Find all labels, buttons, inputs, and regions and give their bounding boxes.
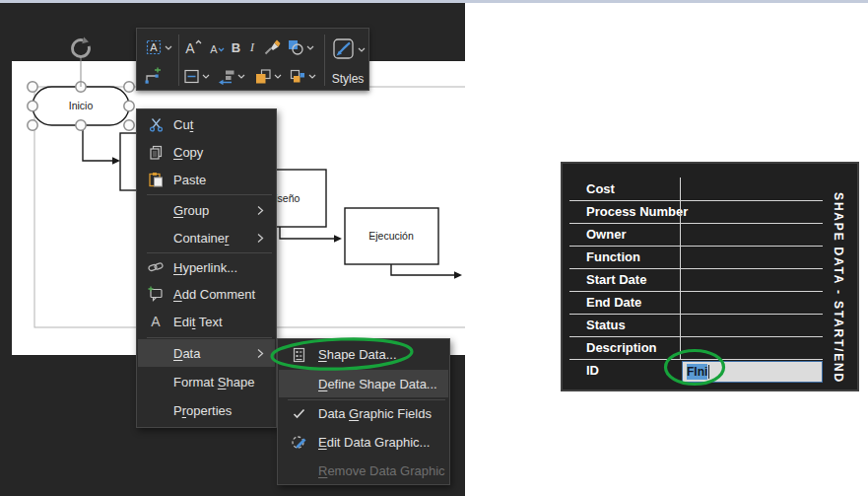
- send-backward-icon: [289, 68, 306, 85]
- submenu-item-edit-data-graphic[interactable]: Edit Data Graphic...: [279, 428, 448, 456]
- svg-text:A: A: [210, 43, 218, 55]
- shape-styles-icon: [287, 38, 304, 56]
- menu-item-edit-text[interactable]: A Edit Text: [138, 308, 275, 335]
- chevron-down-icon: [202, 74, 210, 79]
- shape-label-ejecucion: Ejecución: [368, 230, 414, 242]
- menu-item-label: Data: [173, 346, 257, 361]
- submenu-item-label: Define Shape Data...: [318, 377, 448, 391]
- edit-data-graphic-icon: [279, 434, 318, 451]
- menu-item-label: Add Comment: [173, 287, 275, 302]
- bring-forward-icon: [254, 68, 272, 85]
- panel-column-divider: [680, 177, 681, 360]
- chevron-down-icon: [274, 74, 282, 79]
- submenu-item-data-graphic-fields[interactable]: Data Graphic Fields: [279, 400, 448, 427]
- menu-item-label: Cut: [173, 117, 275, 132]
- paste-icon: [138, 172, 173, 187]
- submenu-arrow-icon: [257, 205, 275, 216]
- send-backward-button[interactable]: [287, 64, 318, 88]
- submenu-item-label: Data Graphic Fields: [318, 406, 448, 421]
- field-label-cost: Cost: [586, 177, 615, 200]
- panel-title-vertical: SHAPE DATA - START/END: [832, 192, 845, 384]
- chevron-down-icon: [306, 45, 314, 50]
- styles-icon: [332, 37, 356, 61]
- bold-button[interactable]: B: [228, 35, 244, 59]
- menu-item-copy[interactable]: Copy: [138, 138, 275, 166]
- align-text-button[interactable]: [181, 64, 211, 88]
- cut-icon: [138, 117, 173, 132]
- copy-icon: [138, 145, 173, 160]
- menu-item-add-comment[interactable]: Add Comment: [138, 280, 275, 308]
- menu-item-format-shape[interactable]: Format Shape: [138, 368, 275, 395]
- rotation-handle[interactable]: [66, 35, 98, 91]
- chevron-down-icon: [237, 74, 245, 79]
- comment-plus-icon: [138, 286, 173, 302]
- svg-text:A: A: [185, 40, 195, 56]
- checkmark-icon: [279, 408, 318, 419]
- visio-window: Diseño Ejecución Inicio A: [0, 0, 868, 496]
- submenu-item-label: Edit Data Graphic...: [318, 435, 448, 450]
- connector-3[interactable]: [391, 264, 455, 275]
- menu-item-label: Format Shape: [173, 375, 275, 390]
- italic-button[interactable]: I: [245, 35, 259, 59]
- text-box-icon: A: [145, 38, 163, 56]
- submenu-item-remove-data-graphic[interactable]: Remove Data Graphic: [279, 457, 448, 484]
- connector-1-arrowhead: [112, 157, 120, 165]
- hyperlink-icon: [138, 259, 173, 275]
- shrink-font-button[interactable]: A: [206, 35, 228, 59]
- connector-2-arrowhead: [334, 235, 342, 243]
- shrink-font-icon: A: [208, 38, 226, 56]
- context-menu: Cut Copy Paste Group Container: [136, 108, 277, 428]
- shape-styles-button[interactable]: [284, 35, 317, 59]
- format-painter-button[interactable]: [261, 35, 283, 59]
- chevron-down-icon: [358, 47, 366, 52]
- field-label-function: Function: [586, 246, 640, 268]
- menu-item-label: Hyperlink...: [173, 260, 275, 275]
- format-painter-icon: [263, 38, 281, 56]
- letter-a-icon: A: [138, 314, 173, 329]
- annotation-ellipse-shape-data: [266, 333, 419, 375]
- connector-1[interactable]: [83, 125, 113, 161]
- menu-item-label: Paste: [173, 173, 275, 187]
- chevron-down-icon: [308, 74, 316, 79]
- menu-item-data[interactable]: Data: [138, 339, 275, 367]
- menu-item-label: Copy: [173, 145, 275, 160]
- mini-toolbar: A A A B I: [136, 28, 369, 91]
- menu-item-hyperlink[interactable]: Hyperlink...: [138, 253, 275, 281]
- menu-item-properties[interactable]: Properties: [138, 396, 275, 424]
- shape-label-inicio: Inicio: [69, 100, 94, 111]
- styles-button[interactable]: [330, 35, 367, 63]
- field-label-process-number: Process Number: [586, 200, 688, 223]
- bring-forward-button[interactable]: [252, 64, 284, 88]
- menu-item-container[interactable]: Container: [138, 224, 275, 251]
- connector-2[interactable]: [280, 227, 335, 239]
- menu-item-cut[interactable]: Cut: [138, 110, 275, 138]
- add-connector-button[interactable]: [141, 64, 165, 88]
- field-label-owner: Owner: [586, 223, 626, 246]
- styles-label: Styles: [328, 72, 367, 86]
- annotation-ellipse-id-value: [660, 347, 731, 389]
- field-label-start-date: Start Date: [586, 268, 646, 291]
- grow-font-button[interactable]: A: [181, 35, 205, 59]
- svg-text:A: A: [150, 41, 158, 53]
- menu-item-label: Edit Text: [173, 315, 275, 329]
- connector-3-arrowhead: [454, 271, 462, 279]
- field-label-description: Description: [586, 336, 657, 359]
- add-connector-icon: [144, 67, 162, 85]
- menu-item-group[interactable]: Group: [138, 196, 275, 224]
- menu-item-label: Group: [173, 203, 257, 218]
- text-box-button[interactable]: A: [141, 35, 176, 59]
- submenu-item-label: Remove Data Graphic: [318, 463, 448, 478]
- position-button[interactable]: [216, 64, 247, 88]
- menu-item-paste[interactable]: Paste: [138, 166, 275, 193]
- field-label-id: ID: [586, 359, 599, 382]
- grow-font-icon: A: [183, 38, 203, 56]
- submenu-arrow-icon: [257, 233, 275, 244]
- field-label-status: Status: [586, 314, 626, 336]
- menu-item-label: Container: [173, 231, 257, 246]
- align-text-icon: [183, 68, 200, 85]
- field-label-end-date: End Date: [586, 291, 641, 314]
- position-icon: [218, 68, 235, 85]
- chevron-down-icon: [165, 45, 172, 50]
- menu-item-label: Properties: [173, 403, 275, 418]
